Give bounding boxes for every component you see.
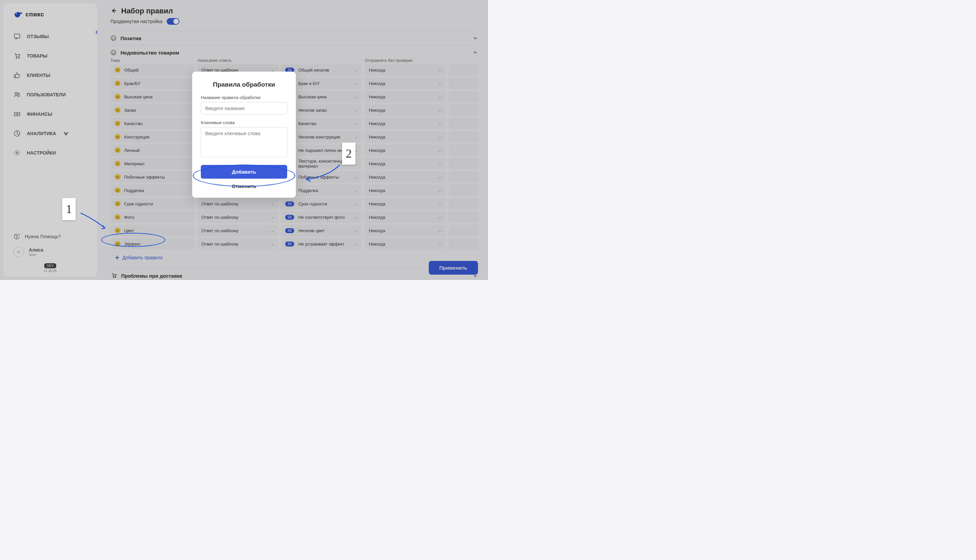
modal-name-input[interactable] xyxy=(201,102,287,115)
annotation-marker-1: 1 xyxy=(62,198,76,220)
modal-cancel-button[interactable]: Отменить xyxy=(201,183,287,189)
modal-name-label: Название правила обработки xyxy=(201,95,287,100)
modal-keywords-label: Ключевые слова xyxy=(201,120,287,125)
modal-keywords-input[interactable] xyxy=(201,127,287,157)
modal-add-button[interactable]: Добавить xyxy=(201,165,287,178)
modal-title: Правила обработки xyxy=(201,81,287,88)
modal-processing-rule: Правила обработки Название правила обраб… xyxy=(192,72,296,198)
annotation-marker-2: 2 xyxy=(342,143,355,165)
